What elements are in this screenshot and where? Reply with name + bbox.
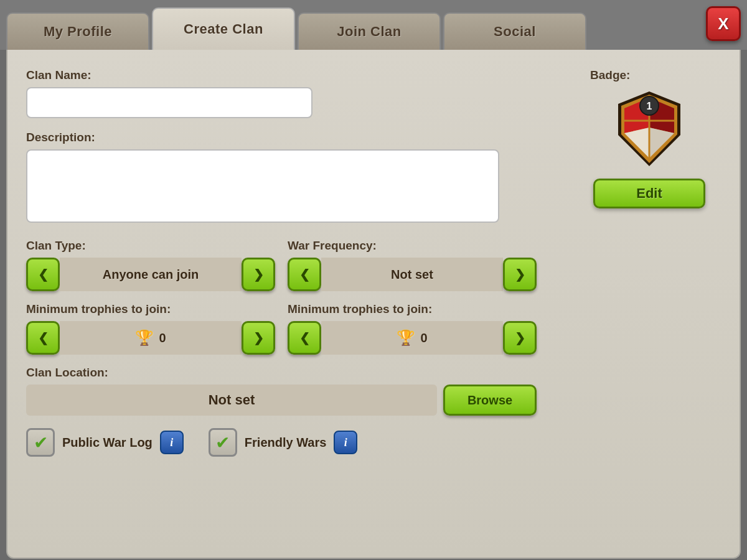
war-frequency-control: ❮ Not set ❯ xyxy=(288,258,537,291)
checkbox-row: ✔ Public War Log i ✔ Friendly Wars i xyxy=(26,428,537,457)
tab-bar: My Profile Create Clan Join Clan Social … xyxy=(0,0,747,50)
friendly-wars-label: Friendly Wars xyxy=(245,436,327,450)
clan-type-section: Clan Type: ❮ Anyone can join ❯ xyxy=(26,239,275,291)
min-trophies-war-label: Minimum trophies to join: xyxy=(288,302,537,316)
tab-social[interactable]: Social xyxy=(443,12,586,50)
min-trophies-control: ❮ 🏆 0 ❯ xyxy=(26,321,275,355)
location-value: Not set xyxy=(26,385,437,416)
war-frequency-label: War Frequency: xyxy=(288,239,537,253)
badge-icon: 1 xyxy=(615,88,684,169)
clan-name-label: Clan Name: xyxy=(26,68,537,82)
friendly-wars-checkbox[interactable]: ✔ xyxy=(209,428,237,457)
min-trophies-war-control: ❮ 🏆 0 ❯ xyxy=(288,321,537,355)
trophy-icon-right: 🏆 xyxy=(397,329,415,347)
clan-type-prev-btn[interactable]: ❮ xyxy=(26,258,60,291)
min-trophies-section: Minimum trophies to join: ❮ 🏆 0 ❯ xyxy=(26,302,275,355)
description-input[interactable] xyxy=(26,149,499,223)
description-label: Description: xyxy=(26,131,537,144)
clan-name-input[interactable] xyxy=(26,87,312,118)
clan-type-next-btn[interactable]: ❯ xyxy=(242,258,275,291)
left-column: Clan Name: Description: Clan Type: ❮ Any… xyxy=(26,68,537,457)
war-frequency-value: Not set xyxy=(321,258,503,291)
war-frequency-next-btn[interactable]: ❯ xyxy=(503,258,537,291)
badge-label: Badge: xyxy=(590,68,630,82)
edit-button[interactable]: Edit xyxy=(593,179,705,208)
public-war-log-info-button[interactable]: i xyxy=(160,431,184,454)
clan-location-label: Clan Location: xyxy=(26,366,537,380)
min-trophies-war-value: 🏆 0 xyxy=(321,321,503,355)
location-row: Not set Browse xyxy=(26,385,537,416)
right-column: Badge: xyxy=(578,68,721,208)
min-trophies-war-section: Minimum trophies to join: ❮ 🏆 0 ❯ xyxy=(288,302,537,355)
min-trophies-next-btn[interactable]: ❯ xyxy=(242,321,275,355)
close-button[interactable]: X xyxy=(706,6,741,41)
min-trophies-war-prev-btn[interactable]: ❮ xyxy=(288,321,321,355)
public-war-log-checkbox[interactable]: ✔ xyxy=(26,428,55,457)
clan-type-label: Clan Type: xyxy=(26,239,275,253)
main-content: Clan Name: Description: Clan Type: ❮ Any… xyxy=(6,50,741,559)
war-frequency-prev-btn[interactable]: ❮ xyxy=(288,258,321,291)
browse-button[interactable]: Browse xyxy=(443,385,537,416)
friendly-wars-info-button[interactable]: i xyxy=(334,431,357,454)
min-trophies-prev-btn[interactable]: ❮ xyxy=(26,321,60,355)
min-trophies-value: 🏆 0 xyxy=(60,321,242,355)
min-trophies-label: Minimum trophies to join: xyxy=(26,302,275,316)
tab-join-clan[interactable]: Join Clan xyxy=(298,12,441,50)
clan-type-value: Anyone can join xyxy=(60,258,242,291)
public-war-log-group: ✔ Public War Log i xyxy=(26,428,184,457)
clan-type-control: ❮ Anyone can join ❯ xyxy=(26,258,275,291)
type-frequency-row: Clan Type: ❮ Anyone can join ❯ War Frequ… xyxy=(26,239,537,291)
public-war-log-label: Public War Log xyxy=(62,436,153,450)
min-trophies-war-next-btn[interactable]: ❯ xyxy=(503,321,537,355)
tab-my-profile[interactable]: My Profile xyxy=(6,12,149,50)
svg-text:1: 1 xyxy=(647,101,652,111)
badge-container: 1 xyxy=(615,88,684,169)
tab-create-clan[interactable]: Create Clan xyxy=(152,7,295,50)
trophies-row: Minimum trophies to join: ❮ 🏆 0 ❯ Minimu… xyxy=(26,302,537,355)
war-frequency-section: War Frequency: ❮ Not set ❯ xyxy=(288,239,537,291)
friendly-wars-group: ✔ Friendly Wars i xyxy=(209,428,358,457)
trophy-icon-left: 🏆 xyxy=(135,329,154,347)
